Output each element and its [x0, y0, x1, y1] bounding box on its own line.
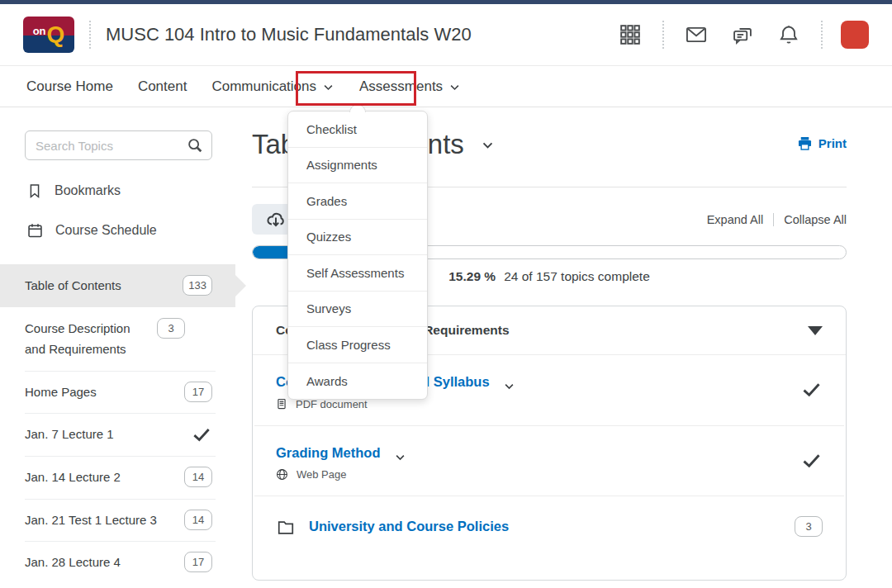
- chevron-down-icon: [448, 81, 461, 93]
- toc-item-jan21-test1-lecture3[interactable]: Jan. 21 Test 1 Lecture 3 14: [0, 499, 235, 542]
- sidebar-item-bookmarks[interactable]: Bookmarks: [26, 182, 235, 200]
- header-divider: [821, 21, 823, 49]
- menu-item-class-progress[interactable]: Class Progress: [288, 327, 427, 363]
- mail-icon[interactable]: [682, 21, 710, 49]
- sidebar-item-label: Course Schedule: [55, 223, 157, 238]
- topic-count-badge: 17: [184, 552, 212, 572]
- chevron-down-icon: [322, 81, 334, 93]
- topic-link[interactable]: Grading Method: [276, 445, 381, 461]
- app-header: onQ MUSC 104 Intro to Music Fundamentals…: [0, 4, 892, 66]
- chevron-down-icon[interactable]: [394, 451, 406, 463]
- logo-text-on: on: [33, 25, 46, 37]
- search-icon[interactable]: [186, 136, 204, 158]
- menu-item-quizzes[interactable]: Quizzes: [288, 220, 427, 256]
- sidebar-item-label: Bookmarks: [55, 183, 121, 198]
- menu-item-awards[interactable]: Awards: [288, 363, 427, 400]
- topic-count-badge: 133: [183, 275, 212, 296]
- divider: [25, 371, 216, 372]
- calendar-icon: [26, 221, 44, 239]
- menu-item-checklist[interactable]: Checklist: [288, 111, 427, 148]
- topic-row-grading-method: Grading Method Web Page: [253, 426, 846, 496]
- logo-text-q: Q: [47, 23, 65, 46]
- toc-item-label: Course Description and Requirements: [25, 318, 157, 360]
- print-button[interactable]: Print: [797, 135, 847, 151]
- expand-all-link[interactable]: Expand All: [707, 213, 764, 226]
- nav-label: Course Home: [26, 78, 113, 95]
- toc-item-label: Table of Contents: [25, 275, 183, 296]
- document-icon: [276, 397, 287, 410]
- nav-label: Assessments: [359, 78, 443, 95]
- printer-icon: [797, 135, 813, 151]
- search-topics: [25, 130, 212, 160]
- completed-check-icon: [191, 424, 212, 445]
- divider: [25, 499, 216, 500]
- header-actions: [616, 21, 869, 49]
- menu-item-assignments[interactable]: Assignments: [288, 148, 427, 184]
- course-title: MUSC 104 Intro to Music Fundamentals W20: [106, 24, 472, 45]
- chevron-down-icon[interactable]: [503, 380, 515, 392]
- menu-item-surveys[interactable]: Surveys: [288, 292, 427, 328]
- toc-item-jan28-lecture4[interactable]: Jan. 28 Lecture 4 17: [0, 541, 235, 584]
- progress-detail: 24 of 157 topics complete: [504, 269, 650, 283]
- divider: [773, 213, 774, 226]
- globe-icon: [276, 468, 288, 481]
- toc-item-label: Jan. 21 Test 1 Lecture 3: [25, 510, 184, 531]
- nav-assessments[interactable]: Assessments: [359, 78, 461, 95]
- apps-grid-icon[interactable]: [616, 21, 644, 49]
- toc-item-jan14-lecture2[interactable]: Jan. 14 Lecture 2 14: [0, 456, 235, 499]
- topic-type: Web Page: [276, 468, 406, 481]
- topic-count-badge: 3: [157, 318, 185, 339]
- page: onQ MUSC 104 Intro to Music Fundamentals…: [0, 0, 892, 588]
- divider: [25, 541, 216, 542]
- sidebar-item-course-schedule[interactable]: Course Schedule: [26, 221, 235, 239]
- toc-item-home-pages[interactable]: Home Pages 17: [0, 371, 235, 414]
- expand-collapse-links: Expand All Collapse All: [707, 213, 847, 226]
- topic-main: Grading Method Web Page: [276, 443, 406, 481]
- toc-item-label: Jan. 7 Lecture 1: [25, 424, 191, 445]
- nav-communications[interactable]: Communications: [211, 78, 334, 95]
- divider: [25, 413, 216, 414]
- bookmark-icon: [26, 182, 43, 200]
- user-avatar[interactable]: [841, 21, 869, 49]
- folder-icon: [276, 518, 296, 536]
- nav-label: Communications: [211, 78, 316, 95]
- progress-percent: 15.29 %: [448, 269, 496, 283]
- toc-item-table-of-contents[interactable]: Table of Contents 133: [0, 264, 235, 307]
- toc-item-course-description[interactable]: Course Description and Requirements 3: [0, 307, 235, 371]
- chat-icon[interactable]: [728, 21, 757, 49]
- topic-count-badge: 17: [184, 382, 212, 402]
- toc-item-jan7-lecture1[interactable]: Jan. 7 Lecture 1: [0, 413, 235, 456]
- chevron-down-icon[interactable]: [481, 138, 495, 152]
- completed-check-icon: [800, 449, 823, 475]
- menu-item-self-assessments[interactable]: Self Assessments: [288, 255, 427, 292]
- header-divider: [89, 21, 91, 49]
- topic-count-badge: 3: [795, 516, 823, 537]
- toc-list: Table of Contents 133 Course Description…: [0, 264, 235, 584]
- header-divider: [662, 21, 664, 49]
- menu-item-grades[interactable]: Grades: [288, 183, 427, 220]
- toc-item-label: Jan. 28 Lecture 4: [25, 552, 184, 573]
- topic-count-badge: 14: [184, 510, 212, 530]
- topic-row-university-policies: University and Course Policies 3: [253, 496, 846, 557]
- content-sidebar: Bookmarks Course Schedule Table of Conte…: [0, 107, 235, 588]
- nav-course-home[interactable]: Course Home: [26, 78, 113, 95]
- search-input[interactable]: [25, 130, 212, 160]
- topic-link[interactable]: University and Course Policies: [309, 519, 509, 534]
- collapse-triangle-icon[interactable]: [808, 326, 823, 335]
- divider: [25, 456, 216, 457]
- completed-check-icon: [800, 378, 823, 404]
- toc-item-label: Jan. 14 Lecture 2: [25, 467, 184, 488]
- toc-item-label: Home Pages: [25, 382, 184, 403]
- nav-content[interactable]: Content: [138, 78, 187, 95]
- course-navbar: Course Home Content Communications Asses…: [0, 66, 892, 107]
- collapse-all-link[interactable]: Collapse All: [784, 213, 847, 226]
- print-label: Print: [818, 136, 847, 150]
- topic-count-badge: 14: [184, 467, 212, 487]
- assessments-dropdown-menu: Checklist Assignments Grades Quizzes Sel…: [287, 111, 428, 400]
- nav-label: Content: [138, 78, 187, 95]
- bell-icon[interactable]: [775, 21, 803, 49]
- cloud-download-icon: [266, 210, 286, 230]
- content-area: Bookmarks Course Schedule Table of Conte…: [0, 107, 892, 588]
- onq-logo[interactable]: onQ: [23, 17, 74, 53]
